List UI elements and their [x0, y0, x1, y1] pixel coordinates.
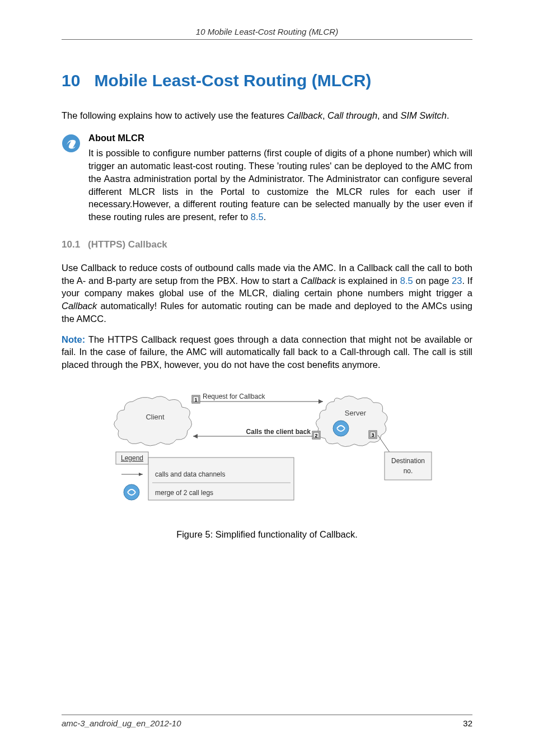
- about-title: About MLCR: [88, 133, 472, 143]
- footer-doc-id: amc-3_android_ug_en_2012-10: [62, 718, 181, 728]
- svg-rect-16: [385, 452, 432, 480]
- diagram-svg: Client Server Request for Callback 1 Cal…: [99, 385, 435, 514]
- chapter-title: 10 Mobile Least-Cost Routing (MLCR): [62, 71, 472, 90]
- figure-caption: Figure 5: Simplified functionality of Ca…: [62, 529, 472, 540]
- legend-title: Legend: [121, 454, 143, 462]
- svg-marker-7: [193, 434, 198, 438]
- svg-marker-2: [318, 399, 323, 404]
- svg-text:no.: no.: [404, 467, 413, 475]
- diagram-server-label: Server: [345, 409, 367, 417]
- note-label: Note:: [62, 334, 85, 344]
- footer-page-number: 32: [463, 718, 472, 728]
- intro-paragraph: The following explains how to actively u…: [62, 109, 472, 122]
- xref-link[interactable]: 23: [452, 276, 462, 286]
- diagram-request-label: Request for Callback: [203, 393, 265, 400]
- svg-point-11: [333, 421, 349, 436]
- diagram-callsback-label: Calls the client back: [246, 428, 311, 436]
- subsection-title: (HTTPS) Callback: [88, 239, 167, 250]
- about-body: It is possible to configure number patte…: [88, 147, 472, 223]
- diagram-client-label: Client: [146, 413, 165, 421]
- subsection-heading: 10.1 (HTTPS) Callback: [62, 239, 472, 250]
- chapter-number: 10: [62, 71, 80, 90]
- about-block: About MLCR It is possible to configure n…: [62, 133, 472, 223]
- svg-marker-22: [139, 473, 143, 476]
- body-paragraph-2: Note: The HTTPS Callback request goes th…: [62, 333, 472, 371]
- xref-link[interactable]: 8.5: [400, 276, 413, 286]
- xref-link[interactable]: 8.5: [251, 212, 264, 222]
- running-header-text: 10 Mobile Least-Cost Routing (MLCR): [196, 27, 338, 36]
- chapter-title-text: Mobile Least-Cost Routing (MLCR): [94, 71, 371, 90]
- svg-line-15: [378, 435, 390, 453]
- svg-text:Destination: Destination: [391, 457, 425, 465]
- svg-text:2: 2: [315, 433, 317, 438]
- svg-text:3: 3: [371, 432, 374, 438]
- footer: amc-3_android_ug_en_2012-10 32: [62, 715, 472, 728]
- legend-row-2: merge of 2 call legs: [155, 489, 213, 497]
- figure: Client Server Request for Callback 1 Cal…: [62, 385, 472, 540]
- body-paragraph-1: Use Callback to reduce costs of outbound…: [62, 262, 472, 325]
- info-icon: [62, 134, 81, 153]
- svg-text:1: 1: [194, 397, 197, 403]
- svg-point-24: [124, 484, 139, 500]
- running-header: 10 Mobile Least-Cost Routing (MLCR): [62, 27, 472, 40]
- subsection-number: 10.1: [62, 239, 80, 250]
- legend-row-1: calls and data channels: [155, 470, 225, 478]
